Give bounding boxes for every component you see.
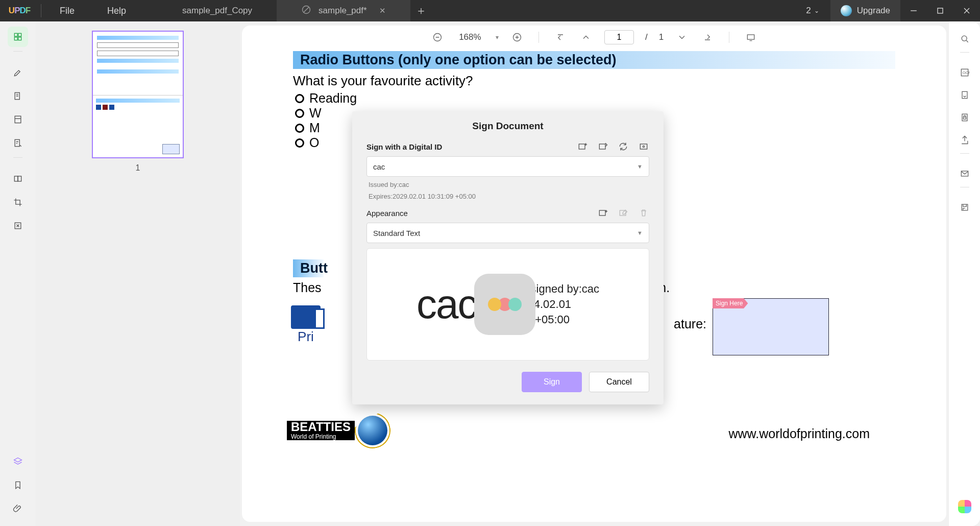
cancel-button[interactable]: Cancel [589,372,649,392]
first-page-button[interactable] [553,30,568,44]
last-page-button[interactable] [700,30,715,44]
save-icon[interactable] [954,197,975,218]
separator [960,187,969,194]
titlebar-right: 2 ⌄ Upgrade [795,0,980,21]
radio-label: Reading [309,91,357,106]
email-icon[interactable] [954,163,975,184]
signature-field[interactable]: Sign Here [713,298,829,355]
svg-rect-5 [18,37,21,40]
svg-rect-1 [938,8,943,13]
chevron-down-icon: ▼ [637,230,643,236]
chevron-down-icon: ⌄ [814,7,819,14]
organize-pages-icon[interactable] [8,169,28,189]
prev-page-button[interactable] [579,30,593,44]
layers-icon[interactable] [8,451,28,472]
search-icon[interactable] [954,29,975,49]
appearance-select[interactable]: Standard Text ▼ [366,223,649,243]
thumbnails-panel-button[interactable] [8,27,28,47]
tab-close-icon[interactable]: ✕ [379,6,386,15]
separator [13,157,22,164]
svg-rect-8 [15,139,19,146]
beatties-logo: BEATTIES World of Printing [287,416,387,445]
thumbnail-page-number: 1 [136,163,140,173]
avatar [841,5,852,16]
menu-help[interactable]: Help [91,6,142,16]
new-id-icon[interactable] [577,141,588,152]
compress-icon[interactable] [8,216,28,236]
digital-id-select[interactable]: cac ▼ [366,156,649,177]
appearance-value: Standard Text [373,229,420,237]
chevron-down-icon: ▼ [637,163,643,170]
svg-point-15 [962,36,967,41]
thumbnails-panel: 1 [36,21,240,526]
refresh-icon[interactable] [618,141,629,152]
print-button-cut[interactable]: Pri [291,305,321,345]
radio-option[interactable]: Reading [295,91,895,106]
share-icon[interactable] [954,130,975,150]
new-tab-button[interactable]: ＋ [410,0,432,21]
radio-label: W [309,106,322,121]
page-layout-icon[interactable] [8,109,28,130]
globe-icon [358,416,387,445]
radio-icon [295,94,304,103]
zoom-level[interactable]: 168% [456,32,484,42]
highlighter-icon[interactable] [8,62,28,83]
desc-left: Thes [293,280,322,295]
window-count: 2 [806,6,811,16]
sign-button[interactable]: Sign [522,372,582,392]
upgrade-button[interactable]: Upgrade [830,0,900,21]
beatties-line1: BEATTIES [287,421,355,433]
presentation-icon[interactable] [744,30,758,44]
page-number-input[interactable] [604,30,634,44]
window-maximize[interactable] [927,0,953,21]
next-page-button[interactable] [675,30,689,44]
left-tool-strip [0,21,36,526]
window-count-dropdown[interactable]: 2 ⌄ [795,6,830,16]
svg-rect-7 [15,116,21,123]
issued-by-text: Issued by:cac [369,181,649,188]
section-heading-radio: Radio Buttons (only one option can be se… [293,51,895,69]
radio-icon [295,109,304,118]
tab-label: sample_pdf_Copy [182,6,252,16]
bookmark-icon[interactable] [8,475,28,495]
no-edit-icon [301,5,311,17]
tab-active[interactable]: sample_pdf* ✕ [277,0,410,21]
edit-text-icon[interactable] [8,86,28,106]
ocr-icon[interactable]: OCR [954,62,975,83]
appearance-label: Appearance [366,209,408,218]
printer-icon [291,305,321,329]
menu-file[interactable]: File [43,6,91,16]
protect-icon[interactable] [954,107,975,128]
page-thumbnail[interactable] [92,31,184,158]
attachment-icon[interactable] [8,498,28,519]
ai-assistant-icon[interactable] [954,496,975,517]
svg-point-26 [643,146,644,147]
convert-icon[interactable] [954,85,975,105]
window-minimize[interactable] [900,0,927,21]
page-separator: / [645,32,648,42]
form-icon[interactable] [8,133,28,153]
crop-icon[interactable] [8,192,28,212]
preview-name: cac [416,281,477,328]
separator [41,4,41,17]
zoom-caret-icon[interactable]: ▾ [496,34,499,41]
view-toolbar: 168% ▾ / 1 [242,26,946,49]
zoom-in-button[interactable] [510,30,524,44]
page-total: 1 [659,32,664,42]
svg-text:OCR: OCR [962,70,969,75]
print-label: Pri [298,329,314,345]
sign-document-dialog: Sign Document Sign with a Digital ID cac… [352,111,664,404]
info-id-icon[interactable] [638,141,649,152]
import-id-icon[interactable] [597,141,608,152]
titlebar: UPDF File Help sample_pdf_Copy sample_pd… [0,0,980,21]
app-logo: UPDF [0,6,39,16]
tab-inactive[interactable]: sample_pdf_Copy [158,0,277,21]
radio-label: O [309,135,319,150]
dialog-title: Sign Document [352,111,664,139]
svg-rect-20 [963,117,966,119]
upgrade-label: Upgrade [857,6,890,16]
new-appearance-icon[interactable] [597,207,608,219]
zoom-out-button[interactable] [430,30,445,44]
delete-appearance-icon [638,207,649,219]
window-close[interactable] [953,0,980,21]
